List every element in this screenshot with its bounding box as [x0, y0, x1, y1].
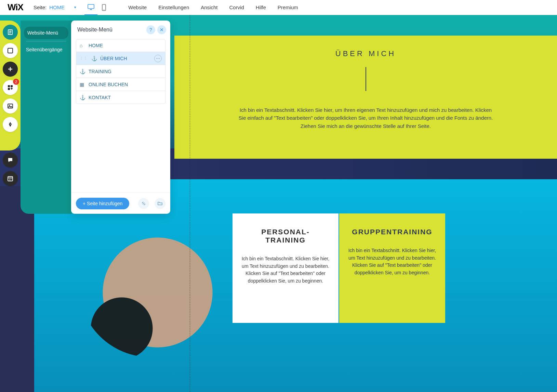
- page-row-kontakt[interactable]: ⚓ KONTAKT: [76, 91, 165, 104]
- card-gruppentraining[interactable]: GRUPPENTRAINING Ich bin ein Textabschnit…: [339, 213, 445, 323]
- side-item-transitions[interactable]: Seitenübergänge: [21, 43, 72, 56]
- dynamic-pages-button[interactable]: [138, 198, 149, 209]
- page-row-ueber-mich[interactable]: ⋮⋮ ⚓ ÜBER MICH ⋯: [76, 52, 165, 65]
- main-nav: Website Einstellungen Ansicht Corvid Hil…: [128, 4, 298, 10]
- nav-premium[interactable]: Premium: [278, 4, 298, 10]
- add-element-button[interactable]: [3, 62, 18, 77]
- popup-help-button[interactable]: ?: [146, 25, 155, 34]
- pages-icon: [7, 29, 13, 35]
- page-row-label: ÜBER MICH: [100, 56, 127, 61]
- card-gt-title[interactable]: GRUPPENTRAINING: [348, 228, 436, 236]
- page-label-static: Seite:: [34, 4, 47, 10]
- apps-icon: [7, 84, 13, 91]
- svg-rect-0: [88, 4, 94, 9]
- top-bar: WiX Seite: HOME ▾ Website Einstellungen …: [0, 0, 557, 15]
- svg-rect-8: [8, 48, 13, 53]
- svg-rect-11: [8, 85, 10, 87]
- drag-handle-icon[interactable]: ⋮⋮: [80, 56, 87, 61]
- page-row-home[interactable]: ⌂ HOME: [76, 39, 165, 52]
- blog-tool-button[interactable]: [3, 117, 18, 132]
- chevron-down-icon[interactable]: ▾: [74, 5, 76, 10]
- anchor-icon: ⚓: [80, 69, 85, 74]
- pages-side-panel: Website-Menü Seitenübergänge: [21, 21, 72, 214]
- image-icon: [7, 103, 13, 109]
- svg-rect-1: [90, 9, 92, 10]
- pen-icon: [7, 121, 13, 128]
- chat-icon: [7, 157, 13, 163]
- svg-point-3: [104, 9, 104, 10]
- about-section[interactable]: ÜBER MICH Ich bin ein Textabschnitt. Kli…: [174, 36, 557, 159]
- svg-point-15: [9, 105, 10, 106]
- page-row-online-buchen[interactable]: ▦ ONLINE BUCHEN: [76, 78, 165, 91]
- nav-ansicht[interactable]: Ansicht: [201, 4, 217, 10]
- svg-point-16: [10, 124, 11, 125]
- current-page-name: HOME: [49, 4, 65, 10]
- popup-footer: + Seite hinzufügen: [71, 193, 170, 214]
- website-menu-popup: Website-Menü ? ✕ ⌂ HOME ⋮⋮ ⚓ ÜBER MICH ⋯…: [71, 21, 170, 214]
- add-page-button[interactable]: + Seite hinzufügen: [76, 198, 129, 209]
- mobile-view-button[interactable]: [97, 0, 110, 15]
- popup-close-button[interactable]: ✕: [157, 25, 166, 34]
- help-icon: ?: [149, 27, 152, 32]
- page-list: ⌂ HOME ⋮⋮ ⚓ ÜBER MICH ⋯ ⚓ TRAINING ▦ ONL…: [71, 38, 170, 193]
- background-icon: [7, 48, 13, 54]
- pages-tool-button[interactable]: [3, 25, 18, 40]
- device-toggle: [84, 0, 110, 15]
- bookings-tool-button[interactable]: 17: [3, 171, 18, 186]
- about-text[interactable]: Ich bin ein Textabschnitt. Klicken Sie h…: [236, 106, 496, 130]
- left-tool-strip: 2 17: [0, 21, 21, 190]
- media-tool-button[interactable]: [3, 99, 18, 114]
- calendar-icon: ▦: [80, 82, 85, 87]
- svg-text:17: 17: [9, 178, 12, 181]
- close-icon: ✕: [160, 27, 164, 32]
- card-gt-text[interactable]: Ich bin ein Textabschnitt. Klicken Sie h…: [348, 247, 436, 277]
- background-tool-button[interactable]: [3, 43, 18, 58]
- folder-icon: [157, 201, 163, 206]
- folder-button[interactable]: [155, 198, 165, 209]
- plus-icon: [7, 66, 13, 72]
- link-icon: [141, 201, 146, 206]
- anchor-icon: ⚓: [80, 95, 85, 100]
- page-selector[interactable]: Seite: HOME: [34, 4, 65, 10]
- page-row-label: KONTAKT: [89, 95, 111, 100]
- page-row-label: ONLINE BUCHEN: [89, 82, 128, 87]
- page-row-label: HOME: [89, 43, 103, 48]
- page-row-more-button[interactable]: ⋯: [154, 55, 162, 62]
- hero-image-placeholder[interactable]: [79, 213, 222, 357]
- nav-hilfe[interactable]: Hilfe: [256, 4, 266, 10]
- card-personal-training[interactable]: PERSONAL-TRAINING Ich bin ein Textabschn…: [233, 213, 339, 323]
- page-row-training[interactable]: ⚓ TRAINING: [76, 65, 165, 78]
- card-pt-text[interactable]: Ich bin ein Textabschnitt. Klicken Sie h…: [241, 255, 330, 285]
- about-divider: [366, 67, 366, 91]
- side-item-website-menu[interactable]: Website-Menü: [24, 27, 68, 39]
- wix-logo: WiX: [3, 2, 28, 13]
- svg-rect-14: [8, 104, 13, 108]
- ascend-tool-button[interactable]: [3, 153, 18, 168]
- side-separator: [26, 41, 66, 41]
- page-row-label: TRAINING: [89, 69, 111, 74]
- anchor-icon: ⚓: [91, 56, 97, 61]
- nav-corvid[interactable]: Corvid: [229, 4, 244, 10]
- home-icon: ⌂: [80, 43, 85, 48]
- page-guide-line: [190, 15, 190, 392]
- apps-tool-button[interactable]: 2: [3, 80, 18, 95]
- card-pt-title[interactable]: PERSONAL-TRAINING: [241, 228, 330, 244]
- popup-title: Website-Menü: [77, 27, 144, 33]
- popup-header: Website-Menü ? ✕: [71, 21, 170, 38]
- apps-badge: 2: [13, 79, 19, 85]
- nav-einstellungen[interactable]: Einstellungen: [158, 4, 189, 10]
- calendar-icon: 17: [7, 175, 13, 182]
- svg-rect-13: [8, 88, 10, 90]
- desktop-view-button[interactable]: [84, 0, 97, 15]
- about-title[interactable]: ÜBER MICH: [205, 49, 526, 58]
- svg-rect-12: [11, 85, 13, 87]
- nav-website[interactable]: Website: [128, 4, 147, 10]
